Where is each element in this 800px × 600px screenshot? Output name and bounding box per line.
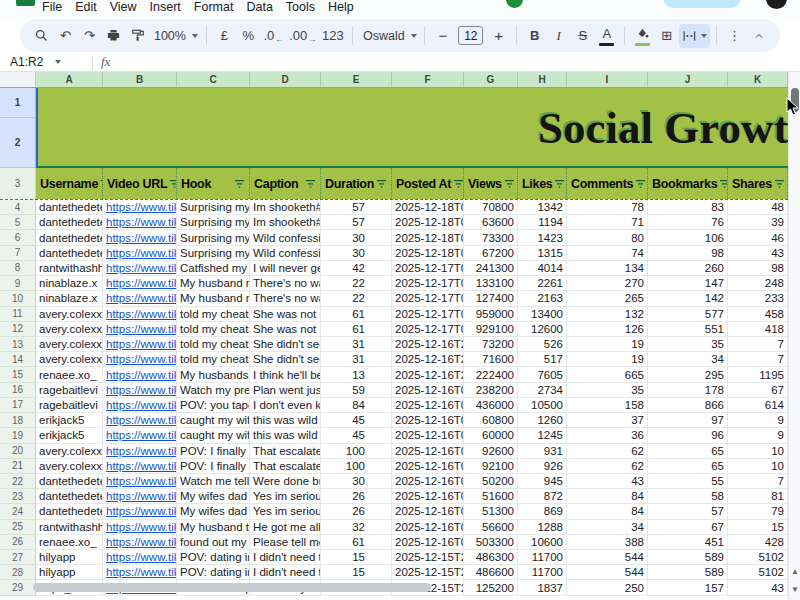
cell-views[interactable]: 222400	[464, 367, 518, 382]
row-header-29[interactable]: 29	[0, 580, 36, 595]
cell-comments[interactable]: 71	[567, 215, 648, 230]
cell-hook[interactable]: Watch my pregn	[177, 383, 250, 398]
currency-format-button[interactable]: £	[213, 24, 236, 48]
collapse-toolbar-button[interactable]	[747, 24, 770, 48]
cell-caption[interactable]: I didn't need this	[250, 550, 321, 565]
cell-posted-at[interactable]: 2025-12-15T22:2	[392, 550, 464, 565]
cell-video-url[interactable]: https://www.tikto	[103, 535, 177, 550]
cell-duration[interactable]: 45	[321, 413, 392, 428]
cell-username[interactable]: erikjack5	[36, 413, 103, 428]
cell-posted-at[interactable]: 2025-12-18T01:0	[392, 230, 464, 245]
cell-posted-at[interactable]: 2025-12-16T23:1	[392, 337, 464, 352]
row-header-19[interactable]: 19	[0, 428, 36, 443]
cell-duration[interactable]: 100	[321, 459, 392, 474]
cell-bookmarks[interactable]: 76	[648, 215, 728, 230]
cell-caption[interactable]: I don't even know	[250, 398, 321, 413]
cell-views[interactable]: 133100	[464, 276, 518, 291]
cell-likes[interactable]: 872	[518, 489, 567, 504]
cell-hook[interactable]: My husband thou	[177, 520, 250, 535]
menu-insert[interactable]: Insert	[150, 0, 181, 14]
cell-views[interactable]: 486600	[464, 565, 518, 580]
cell-comments[interactable]: 37	[567, 413, 648, 428]
cell-video-url[interactable]: https://www.tikto	[103, 413, 177, 428]
filter-icon[interactable]	[554, 179, 565, 189]
row-header-11[interactable]: 11	[0, 307, 36, 322]
cell-bookmarks[interactable]: 34	[648, 352, 728, 367]
row-header-22[interactable]: 22	[0, 474, 36, 489]
cell-likes[interactable]: 1260	[518, 413, 567, 428]
cell-likes[interactable]: 10600	[518, 535, 567, 550]
cell-posted-at[interactable]: 2025-12-18T02:1	[392, 215, 464, 230]
cell-comments[interactable]: 250	[567, 580, 648, 595]
row-header-14[interactable]: 14	[0, 352, 36, 367]
row-header-1[interactable]: 1	[0, 88, 36, 118]
cell-comments[interactable]: 544	[567, 565, 648, 580]
cell-bookmarks[interactable]: 96	[648, 428, 728, 443]
cell-bookmarks[interactable]: 178	[648, 383, 728, 398]
font-select[interactable]: Oswald	[359, 24, 418, 48]
cell-views[interactable]: 127400	[464, 291, 518, 306]
font-size-input[interactable]: 12	[455, 24, 486, 48]
merged-title-cell[interactable]: Social Growth	[36, 88, 788, 168]
cell-shares[interactable]: 10	[728, 444, 788, 459]
cell-caption[interactable]: this was wild #ch	[250, 428, 321, 443]
cell-caption[interactable]: There's no way h	[250, 291, 321, 306]
cell-video-url[interactable]: https://www.tikto	[103, 459, 177, 474]
cell-bookmarks[interactable]: 451	[648, 535, 728, 550]
cell-comments[interactable]: 265	[567, 291, 648, 306]
cell-bookmarks[interactable]: 65	[648, 459, 728, 474]
cell-caption[interactable]: Please tell me th	[250, 535, 321, 550]
cell-comments[interactable]: 34	[567, 520, 648, 535]
cell-caption[interactable]: That escalated fa	[250, 444, 321, 459]
cell-bookmarks[interactable]: 67	[648, 520, 728, 535]
header-cell-caption[interactable]: Caption	[250, 168, 321, 199]
cell-views[interactable]: 92600	[464, 444, 518, 459]
menu-tools[interactable]: Tools	[286, 0, 315, 14]
cell-comments[interactable]: 544	[567, 550, 648, 565]
header-cell-views[interactable]: Views	[464, 168, 518, 199]
cell-comments[interactable]: 158	[567, 398, 648, 413]
cell-caption[interactable]: She was not exp	[250, 322, 321, 337]
cell-shares[interactable]: 428	[728, 535, 788, 550]
cell-username[interactable]: dantethedetectiv	[36, 200, 103, 215]
cell-views[interactable]: 71600	[464, 352, 518, 367]
header-cell-comments[interactable]: Comments	[567, 168, 648, 199]
scroll-down-arrow-icon[interactable]: ▼	[791, 586, 799, 594]
cell-hook[interactable]: POV: dating in 2	[177, 565, 250, 580]
cell-duration[interactable]: 31	[321, 352, 392, 367]
cell-username[interactable]: hilyapp	[36, 565, 103, 580]
cell-video-url[interactable]: https://www.tikto	[103, 398, 177, 413]
cell-username[interactable]: ninablaze.x	[36, 291, 103, 306]
column-header-I[interactable]: I	[567, 72, 648, 87]
cell-shares[interactable]: 9	[728, 413, 788, 428]
cell-likes[interactable]: 869	[518, 504, 567, 519]
cell-views[interactable]: 60800	[464, 413, 518, 428]
cell-comments[interactable]: 134	[567, 261, 648, 276]
cell-hook[interactable]: POV: I finally cor	[177, 459, 250, 474]
column-header-C[interactable]: C	[177, 72, 250, 87]
column-header-J[interactable]: J	[648, 72, 728, 87]
fill-color-button[interactable]	[631, 24, 654, 48]
cell-hook[interactable]: found out my hus	[177, 535, 250, 550]
menu-file[interactable]: File	[42, 0, 62, 14]
cell-duration[interactable]: 57	[321, 215, 392, 230]
cell-views[interactable]: 929100	[464, 322, 518, 337]
percent-format-button[interactable]: %	[237, 24, 260, 48]
row-header-20[interactable]: 20	[0, 444, 36, 459]
cell-shares[interactable]: 7	[728, 337, 788, 352]
menu-view[interactable]: View	[110, 0, 137, 14]
row-header-8[interactable]: 8	[0, 261, 36, 276]
select-all-corner[interactable]	[0, 72, 36, 87]
cell-hook[interactable]: POV: dating in 2	[177, 550, 250, 565]
cell-comments[interactable]: 78	[567, 200, 648, 215]
cell-bookmarks[interactable]: 142	[648, 291, 728, 306]
vertical-scrollbar-thumb[interactable]	[791, 88, 799, 112]
cell-comments[interactable]: 84	[567, 504, 648, 519]
cell-username[interactable]: dantethedetectiv	[36, 504, 103, 519]
cell-comments[interactable]: 74	[567, 246, 648, 261]
cell-duration[interactable]: 45	[321, 428, 392, 443]
cell-bookmarks[interactable]: 65	[648, 444, 728, 459]
row-header-25[interactable]: 25	[0, 520, 36, 535]
cell-posted-at[interactable]: 2025-12-16T05:5	[392, 413, 464, 428]
cell-bookmarks[interactable]: 55	[648, 474, 728, 489]
